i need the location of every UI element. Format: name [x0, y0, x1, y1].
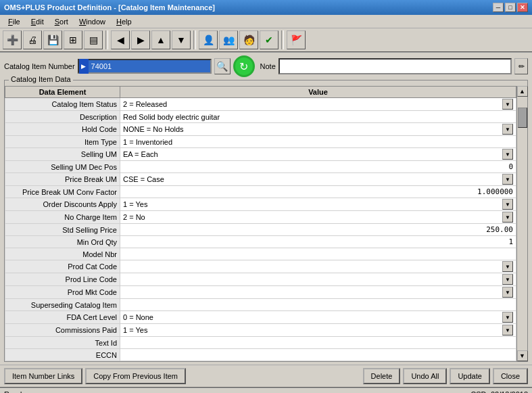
- table-row: Model Nbr: [5, 248, 516, 260]
- col-header-element: Data Element: [5, 87, 120, 98]
- row-value-cell: 1: [120, 236, 516, 248]
- toolbar-btn-check[interactable]: ✔: [260, 30, 279, 49]
- col-header-value: Value: [120, 87, 516, 98]
- row-element-label: Selling UM Dec Pos: [5, 161, 120, 173]
- note-edit-button[interactable]: ✏: [514, 58, 528, 74]
- dropdown-arrow-icon[interactable]: ▼: [502, 287, 513, 298]
- toolbar-btn-up[interactable]: ▲: [151, 30, 170, 49]
- scrollbar-vertical[interactable]: ▲ ▼: [516, 86, 527, 361]
- dropdown-arrow-icon[interactable]: ▼: [502, 261, 513, 272]
- dropdown-cell[interactable]: 2 = No▼: [123, 212, 513, 223]
- copy-from-previous-button[interactable]: Copy From Previous Item: [85, 368, 186, 384]
- table-row: Prod Cat Code▼: [5, 260, 516, 273]
- catalog-number-label: Catalog Item Number: [4, 62, 75, 70]
- close-button-main[interactable]: Close: [493, 368, 528, 384]
- dropdown-cell[interactable]: ▼: [123, 274, 513, 285]
- row-value-cell[interactable]: ▼: [120, 273, 516, 286]
- scroll-up-arrow[interactable]: ▲: [517, 86, 528, 97]
- dropdown-arrow-icon[interactable]: ▼: [502, 212, 513, 223]
- dropdown-cell[interactable]: CSE = Case▼: [123, 174, 513, 185]
- scroll-thumb[interactable]: [518, 108, 527, 128]
- menu-file[interactable]: File: [3, 16, 26, 27]
- menu-help[interactable]: Help: [111, 16, 137, 27]
- note-label: Note: [260, 62, 276, 70]
- row-element-label: Commissions Paid: [5, 324, 120, 337]
- table-row: FDA Cert Level0 = None▼: [5, 311, 516, 324]
- row-value-cell[interactable]: CSE = Case▼: [120, 173, 516, 186]
- toolbar-btn-new[interactable]: ➕: [3, 30, 22, 49]
- toolbar-btn-grid[interactable]: ⊞: [64, 30, 82, 49]
- row-element-label: Description: [5, 111, 120, 123]
- row-element-label: Price Break UM Conv Factor: [5, 186, 120, 198]
- dropdown-cell[interactable]: ▼: [123, 287, 513, 298]
- table-row: DescriptionRed Solid body electric guita…: [5, 111, 516, 123]
- note-input[interactable]: [279, 58, 512, 74]
- undo-all-button[interactable]: Undo All: [403, 368, 447, 384]
- item-number-links-button[interactable]: Item Number Links: [4, 368, 82, 384]
- menu-window[interactable]: Window: [74, 16, 111, 27]
- dropdown-arrow-icon[interactable]: ▼: [502, 199, 513, 210]
- dropdown-arrow-icon[interactable]: ▼: [502, 149, 513, 160]
- dropdown-arrow-icon[interactable]: ▼: [502, 312, 513, 323]
- dropdown-arrow-icon[interactable]: ▼: [502, 99, 513, 110]
- status-left: Ready: [4, 390, 26, 393]
- dropdown-cell[interactable]: ▼: [123, 261, 513, 272]
- row-value-cell: [120, 299, 516, 311]
- update-button[interactable]: Update: [450, 368, 489, 384]
- row-element-label: Min Ord Qty: [5, 236, 120, 248]
- row-element-label: Model Nbr: [5, 248, 120, 260]
- toolbar-btn-user[interactable]: 👤: [199, 30, 218, 49]
- table-scroll: Data Element Value Catalog Item Status2 …: [5, 86, 516, 361]
- toolbar-sep-3: [281, 30, 284, 49]
- row-element-label: Prod Mkt Code: [5, 286, 120, 299]
- toolbar-btn-list[interactable]: ▤: [84, 30, 103, 49]
- dropdown-arrow-icon[interactable]: ▼: [502, 325, 513, 336]
- dropdown-cell[interactable]: 0 = None▼: [123, 312, 513, 323]
- toolbar-btn-print[interactable]: 🖨: [23, 30, 42, 49]
- bottom-row: Item Number Links Copy From Previous Ite…: [0, 365, 532, 387]
- toolbar-btn-down[interactable]: ▼: [172, 30, 191, 49]
- title-controls: ─ □ ✕: [493, 3, 528, 12]
- close-button[interactable]: ✕: [517, 3, 528, 12]
- row-value-cell[interactable]: 2 = No▼: [120, 211, 516, 224]
- row-value-cell[interactable]: ▼: [120, 286, 516, 299]
- toolbar-btn-right[interactable]: ▶: [131, 30, 150, 49]
- menu-sort[interactable]: Sort: [49, 16, 74, 27]
- dropdown-cell[interactable]: NONE = No Holds▼: [123, 124, 513, 135]
- toolbar-btn-left[interactable]: ◀: [111, 30, 130, 49]
- maximize-button[interactable]: □: [505, 3, 516, 12]
- toolbar-btn-save[interactable]: 💾: [43, 30, 62, 49]
- delete-button[interactable]: Delete: [363, 368, 401, 384]
- row-value-cell[interactable]: 0 = None▼: [120, 311, 516, 324]
- row-element-label: FDA Cert Level: [5, 311, 120, 324]
- table-row: Hold CodeNONE = No Holds▼: [5, 123, 516, 136]
- dropdown-cell[interactable]: 1 = Yes▼: [123, 325, 513, 336]
- dropdown-arrow-icon[interactable]: ▼: [502, 124, 513, 135]
- dropdown-arrow-icon[interactable]: ▼: [502, 274, 513, 285]
- dropdown-cell[interactable]: 1 = Yes▼: [123, 199, 513, 210]
- row-value-cell[interactable]: NONE = No Holds▼: [120, 123, 516, 136]
- dropdown-arrow-icon[interactable]: ▼: [502, 174, 513, 185]
- refresh-button[interactable]: ↻: [233, 55, 255, 77]
- toolbar-btn-person[interactable]: 🧑: [239, 30, 258, 49]
- menu-edit[interactable]: Edit: [26, 16, 49, 27]
- toolbar-btn-users[interactable]: 👥: [219, 30, 238, 49]
- scroll-down-arrow[interactable]: ▼: [517, 350, 528, 361]
- dropdown-cell[interactable]: 2 = Released▼: [123, 99, 513, 110]
- row-value-cell[interactable]: EA = Each▼: [120, 148, 516, 161]
- search-button[interactable]: 🔍: [214, 58, 231, 74]
- row-value-cell[interactable]: 1 = Yes▼: [120, 198, 516, 211]
- row-value-cell[interactable]: 2 = Released▼: [120, 98, 516, 111]
- table-container: Data Element Value Catalog Item Status2 …: [5, 86, 527, 361]
- dropdown-cell[interactable]: EA = Each▼: [123, 149, 513, 160]
- minimize-button[interactable]: ─: [493, 3, 504, 12]
- table-row: No Charge Item2 = No▼: [5, 211, 516, 224]
- row-element-label: Prod Line Code: [5, 273, 120, 286]
- toolbar-btn-flag[interactable]: 🚩: [287, 30, 306, 49]
- row-value-cell[interactable]: ▼: [120, 260, 516, 273]
- catalog-number-input[interactable]: [89, 60, 210, 72]
- row-value-cell: [120, 349, 516, 361]
- row-value-cell[interactable]: 1 = Yes▼: [120, 324, 516, 337]
- table-row: Min Ord Qty1: [5, 236, 516, 248]
- table-row: Prod Line Code▼: [5, 273, 516, 286]
